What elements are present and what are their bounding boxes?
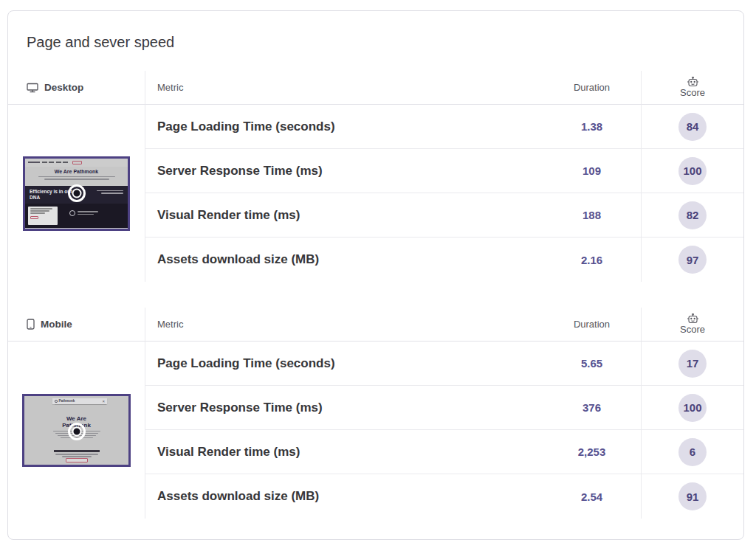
duration-value: 376	[543, 386, 641, 430]
metric-cell: Server Response Time (ms)	[145, 149, 543, 193]
score-badge: 6	[678, 438, 707, 466]
metric-cell: Assets download size (MB)	[145, 474, 543, 519]
brand-name: Pathmonk	[59, 399, 75, 403]
desktop-thumbnail-cell: We Are Pathmonk Efficiency is in our DNA	[8, 105, 145, 282]
thumb-lower-band	[25, 204, 128, 228]
score-badge: 82	[678, 201, 707, 229]
score-cell: 17	[641, 342, 743, 386]
device-label: Desktop	[44, 82, 83, 93]
duration-value: 188	[543, 193, 641, 238]
thumb-heading: We Are Pathmonk	[25, 169, 128, 175]
thumb-footer-button	[66, 458, 88, 462]
metric-cell: Visual Render time (ms)	[145, 430, 543, 474]
score-badge: 100	[678, 157, 707, 185]
column-header-metric: Metric	[145, 308, 543, 342]
thumb-footer-text	[24, 454, 128, 457]
thumb-topbar: Pathmonk ×	[52, 398, 107, 405]
thumb-cta-button	[72, 161, 82, 164]
duration-value: 109	[543, 149, 641, 193]
close-icon: ×	[102, 399, 105, 403]
thumb-popup-card	[28, 207, 58, 225]
robot-icon	[687, 313, 699, 324]
score-badge: 97	[678, 246, 707, 274]
device-header-mobile: Mobile	[8, 308, 145, 342]
metric-cell: Assets download size (MB)	[145, 238, 543, 282]
score-cell: 100	[641, 386, 743, 430]
device-label: Mobile	[41, 319, 72, 330]
monitor-icon	[27, 83, 38, 93]
metric-cell: Page Loading Time (seconds)	[145, 342, 543, 386]
eye-icon	[68, 423, 86, 440]
score-badge: 17	[678, 350, 707, 378]
score-cell: 97	[641, 238, 743, 282]
thumb-navbar	[25, 159, 128, 167]
score-cell: 82	[641, 193, 743, 238]
duration-value: 2.16	[543, 238, 641, 282]
eye-icon	[68, 184, 86, 202]
score-badge: 91	[678, 482, 707, 510]
thumb-tagline: Efficiency is in our DNA	[30, 189, 72, 201]
thumb-info	[69, 210, 98, 216]
desktop-preview-thumbnail: We Are Pathmonk Efficiency is in our DNA	[23, 156, 130, 231]
thumb-logo	[28, 162, 40, 164]
thumb-progress-bar	[54, 450, 100, 452]
score-cell: 91	[641, 474, 743, 519]
metric-cell: Visual Render time (ms)	[145, 193, 543, 238]
mobile-thumbnail-cell: Pathmonk × We Are Pathmonk	[8, 342, 145, 519]
column-header-score: Score	[641, 308, 743, 342]
column-header-duration: Duration	[543, 308, 641, 342]
column-header-score: Score	[641, 71, 743, 105]
duration-value: 1.38	[543, 105, 641, 149]
page-title: Page and sever speed	[27, 32, 725, 52]
duration-value: 5.65	[543, 342, 641, 386]
column-header-metric: Metric	[145, 71, 543, 105]
mobile-table: Mobile Metric Duration Score	[8, 308, 743, 519]
mobile-preview-thumbnail: Pathmonk × We Are Pathmonk	[22, 394, 131, 467]
info-circle-icon	[69, 210, 75, 216]
score-badge: 84	[678, 113, 707, 141]
speed-report-card: Page and sever speed Desktop Metric Dura…	[7, 10, 744, 540]
robot-icon	[687, 77, 699, 87]
device-header-desktop: Desktop	[8, 71, 145, 105]
duration-value: 2.54	[543, 474, 641, 519]
score-badge: 100	[678, 394, 707, 422]
score-cell: 100	[641, 149, 743, 193]
brand-logo-icon	[55, 400, 58, 403]
score-cell: 6	[641, 430, 743, 474]
column-header-duration: Duration	[543, 71, 641, 105]
metric-cell: Page Loading Time (seconds)	[145, 105, 543, 149]
desktop-table: Desktop Metric Duration Score	[8, 71, 743, 282]
duration-value: 2,253	[543, 430, 641, 474]
score-cell: 84	[641, 105, 743, 149]
thumb-popup-button	[30, 216, 38, 219]
metric-cell: Server Response Time (ms)	[145, 386, 543, 430]
smartphone-icon	[27, 319, 35, 330]
thumb-hero: We Are Pathmonk	[25, 167, 128, 186]
